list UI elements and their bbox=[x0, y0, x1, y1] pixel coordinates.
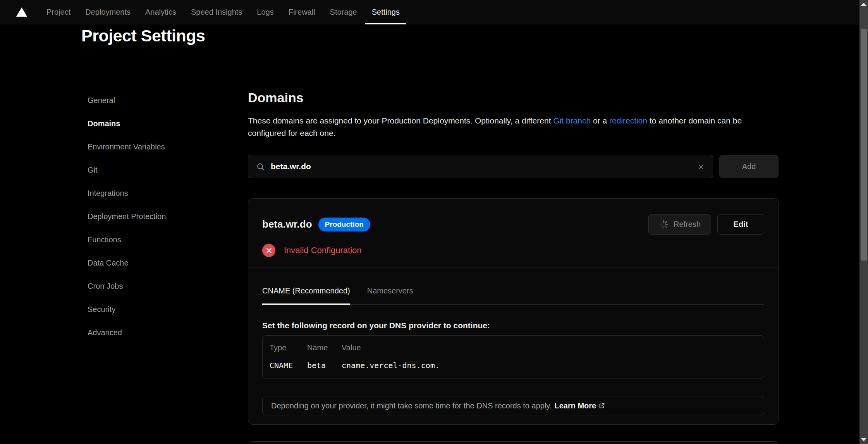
refresh-button[interactable]: Refresh bbox=[648, 214, 711, 235]
domain-card-header: beta.wr.do Production bbox=[248, 199, 778, 267]
dns-record-value: cname.vercel-dns.com. bbox=[342, 361, 756, 370]
dns-record-header-row: Type Name Value bbox=[270, 343, 756, 352]
nav-item-project[interactable]: Project bbox=[46, 0, 70, 24]
active-tab-underline bbox=[262, 303, 350, 305]
active-nav-underline bbox=[365, 23, 406, 24]
sidebar-item-git[interactable]: Git bbox=[88, 158, 231, 182]
dns-propagation-note: Depending on your provider, it might tak… bbox=[262, 396, 764, 415]
sidebar-item-integrations[interactable]: Integrations bbox=[88, 182, 231, 205]
triangle-down-icon bbox=[861, 438, 866, 441]
tab-cname-recommended[interactable]: CNAME (Recommended) bbox=[262, 286, 350, 304]
vertical-scrollbar[interactable] bbox=[859, 0, 868, 444]
sidebar-item-cron-jobs[interactable]: Cron Jobs bbox=[88, 274, 231, 298]
learn-more-label: Learn More bbox=[554, 401, 596, 410]
redirection-link[interactable]: redirection bbox=[609, 116, 647, 125]
sidebar-item-environment-variables[interactable]: Environment Variables bbox=[88, 135, 231, 158]
dns-instruction: Set the following record on your DNS pro… bbox=[262, 321, 764, 330]
domains-heading: Domains bbox=[248, 90, 779, 105]
domain-actions: Refresh Edit bbox=[648, 214, 764, 235]
sidebar-item-security[interactable]: Security bbox=[88, 298, 231, 321]
scrollbar-down-button[interactable] bbox=[859, 435, 868, 444]
next-domain-card-edge bbox=[248, 441, 779, 444]
nav-item-deployments[interactable]: Deployments bbox=[85, 0, 131, 24]
description-text-2: or a bbox=[591, 116, 609, 125]
page-header: Project Settings bbox=[0, 25, 868, 69]
domain-search-box[interactable] bbox=[248, 155, 713, 178]
domains-description: These domains are assigned to your Produ… bbox=[248, 115, 769, 139]
error-x-circle-icon bbox=[262, 244, 275, 257]
production-badge: Production bbox=[318, 218, 370, 231]
dns-record-header-value: Value bbox=[342, 343, 756, 352]
domain-search-row: Add bbox=[248, 155, 779, 178]
sidebar-item-domains[interactable]: Domains bbox=[88, 112, 231, 135]
status-text: Invalid Configuration bbox=[284, 245, 362, 255]
nav-item-settings[interactable]: Settings bbox=[372, 0, 400, 24]
spinner-icon bbox=[659, 219, 669, 230]
domain-search-input[interactable] bbox=[248, 155, 713, 178]
domain-card: beta.wr.do Production bbox=[248, 198, 779, 425]
scrollbar-up-button[interactable] bbox=[859, 0, 868, 9]
git-branch-link[interactable]: Git branch bbox=[553, 116, 591, 125]
dns-record-header-type: Type bbox=[270, 343, 307, 352]
page-title: Project Settings bbox=[81, 26, 205, 45]
refresh-button-label: Refresh bbox=[674, 220, 701, 229]
settings-sidebar: General Domains Environment Variables Gi… bbox=[88, 89, 231, 344]
description-text-1: These domains are assigned to your Produ… bbox=[248, 116, 553, 125]
nav-item-logs[interactable]: Logs bbox=[257, 0, 273, 24]
nav-item-analytics[interactable]: Analytics bbox=[145, 0, 176, 24]
dns-record-value-row: CNAME beta cname.vercel-dns.com. bbox=[270, 361, 756, 370]
top-nav: Project Deployments Analytics Speed Insi… bbox=[0, 0, 868, 24]
sidebar-item-data-cache[interactable]: Data Cache bbox=[88, 251, 231, 274]
nav-item-storage[interactable]: Storage bbox=[330, 0, 357, 24]
dns-record-name: beta bbox=[307, 361, 342, 370]
vercel-logo-icon[interactable] bbox=[16, 7, 27, 17]
dns-record-box: Type Name Value CNAME beta cname.vercel-… bbox=[262, 335, 764, 379]
add-domain-button[interactable]: Add bbox=[719, 155, 779, 178]
nav-item-firewall[interactable]: Firewall bbox=[289, 0, 315, 24]
dns-record-type: CNAME bbox=[270, 361, 307, 370]
edit-button[interactable]: Edit bbox=[717, 214, 764, 235]
external-link-icon bbox=[598, 402, 606, 410]
learn-more-link[interactable]: Learn More bbox=[554, 401, 606, 410]
search-icon bbox=[256, 162, 265, 171]
sidebar-item-advanced[interactable]: Advanced bbox=[88, 321, 231, 344]
nav-item-settings-label: Settings bbox=[372, 8, 400, 17]
sidebar-item-deployment-protection[interactable]: Deployment Protection bbox=[88, 205, 231, 228]
sidebar-item-general[interactable]: General bbox=[88, 89, 231, 112]
domain-card-body: CNAME (Recommended) Nameservers Set the … bbox=[248, 286, 778, 415]
project-settings-page: Project Deployments Analytics Speed Insi… bbox=[0, 0, 868, 444]
triangle-up-icon bbox=[861, 3, 866, 6]
domain-status-row: Invalid Configuration bbox=[262, 244, 764, 257]
dns-method-tabs: CNAME (Recommended) Nameservers bbox=[262, 286, 764, 305]
domains-section: Domains These domains are assigned to yo… bbox=[248, 69, 779, 425]
nav-item-speed-insights[interactable]: Speed Insights bbox=[191, 0, 242, 24]
tab-cname-label: CNAME (Recommended) bbox=[262, 286, 350, 295]
note-text: Depending on your provider, it might tak… bbox=[271, 401, 552, 410]
sidebar-item-functions[interactable]: Functions bbox=[88, 228, 231, 251]
domain-name: beta.wr.do bbox=[262, 218, 312, 230]
clear-search-icon[interactable] bbox=[697, 163, 705, 171]
scrollbar-thumb[interactable] bbox=[861, 29, 867, 261]
dns-record-header-name: Name bbox=[307, 343, 342, 352]
tab-nameservers[interactable]: Nameservers bbox=[367, 286, 413, 304]
domain-row: beta.wr.do Production bbox=[262, 214, 764, 235]
